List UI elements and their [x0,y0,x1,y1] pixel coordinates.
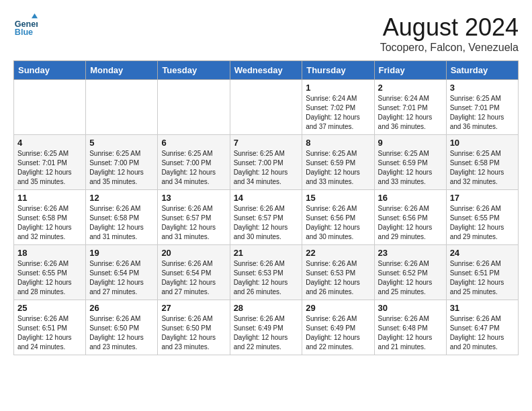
calendar-day-cell: 7Sunrise: 6:25 AM Sunset: 7:00 PM Daylig… [230,135,302,190]
calendar-day-cell: 26Sunrise: 6:26 AM Sunset: 6:50 PM Dayli… [86,300,158,355]
calendar-day-cell: 27Sunrise: 6:26 AM Sunset: 6:50 PM Dayli… [158,300,230,355]
day-info: Sunrise: 6:26 AM Sunset: 6:58 PM Dayligh… [89,204,154,242]
calendar-day-cell: 29Sunrise: 6:26 AM Sunset: 6:49 PM Dayli… [302,300,374,355]
logo: General Blue [13,13,38,38]
day-number: 8 [306,138,370,148]
calendar-week-row: 18Sunrise: 6:26 AM Sunset: 6:55 PM Dayli… [14,245,519,300]
day-info: Sunrise: 6:26 AM Sunset: 6:49 PM Dayligh… [306,314,370,352]
calendar-day-cell: 8Sunrise: 6:25 AM Sunset: 6:59 PM Daylig… [302,135,374,190]
calendar-day-cell: 23Sunrise: 6:26 AM Sunset: 6:52 PM Dayli… [374,245,446,300]
day-info: Sunrise: 6:26 AM Sunset: 6:54 PM Dayligh… [89,259,154,297]
day-info: Sunrise: 6:26 AM Sunset: 6:52 PM Dayligh… [378,259,443,297]
svg-text:Blue: Blue [15,28,33,37]
day-info: Sunrise: 6:24 AM Sunset: 7:02 PM Dayligh… [306,94,370,132]
day-number: 10 [450,138,515,148]
page-header: General Blue August 2024 Tocopero, Falco… [13,13,519,54]
day-info: Sunrise: 6:26 AM Sunset: 6:54 PM Dayligh… [161,259,226,297]
weekday-header: Friday [374,61,446,80]
day-number: 6 [161,138,226,148]
calendar-day-cell: 16Sunrise: 6:26 AM Sunset: 6:56 PM Dayli… [374,190,446,245]
weekday-header: Saturday [446,61,518,80]
day-number: 11 [17,193,82,203]
title-area: August 2024 Tocopero, Falcon, Venezuela [380,13,519,54]
day-info: Sunrise: 6:26 AM Sunset: 6:55 PM Dayligh… [450,204,515,242]
calendar-body: 1Sunrise: 6:24 AM Sunset: 7:02 PM Daylig… [14,80,519,355]
day-number: 12 [89,193,154,203]
calendar-day-cell: 9Sunrise: 6:25 AM Sunset: 6:59 PM Daylig… [374,135,446,190]
day-number: 31 [450,303,515,313]
day-number: 14 [234,193,299,203]
day-info: Sunrise: 6:25 AM Sunset: 6:58 PM Dayligh… [450,149,515,187]
day-number: 9 [378,138,443,148]
weekday-header: Tuesday [158,61,230,80]
calendar-day-cell: 30Sunrise: 6:26 AM Sunset: 6:48 PM Dayli… [374,300,446,355]
day-number: 27 [161,303,226,313]
day-info: Sunrise: 6:26 AM Sunset: 6:49 PM Dayligh… [234,314,299,352]
day-info: Sunrise: 6:26 AM Sunset: 6:55 PM Dayligh… [17,259,82,297]
calendar-day-cell: 3Sunrise: 6:25 AM Sunset: 7:01 PM Daylig… [446,80,518,135]
day-number: 7 [234,138,299,148]
calendar-table: SundayMondayTuesdayWednesdayThursdayFrid… [13,60,519,355]
calendar-day-cell: 25Sunrise: 6:26 AM Sunset: 6:51 PM Dayli… [14,300,86,355]
calendar-day-cell: 14Sunrise: 6:26 AM Sunset: 6:57 PM Dayli… [230,190,302,245]
day-info: Sunrise: 6:26 AM Sunset: 6:48 PM Dayligh… [378,314,443,352]
calendar-day-cell [14,80,86,135]
calendar-day-cell: 6Sunrise: 6:25 AM Sunset: 7:00 PM Daylig… [158,135,230,190]
day-number: 3 [450,83,515,93]
calendar-day-cell: 24Sunrise: 6:26 AM Sunset: 6:51 PM Dayli… [446,245,518,300]
day-info: Sunrise: 6:26 AM Sunset: 6:51 PM Dayligh… [17,314,82,352]
calendar-day-cell: 11Sunrise: 6:26 AM Sunset: 6:58 PM Dayli… [14,190,86,245]
calendar-day-cell: 4Sunrise: 6:25 AM Sunset: 7:01 PM Daylig… [14,135,86,190]
calendar-week-row: 4Sunrise: 6:25 AM Sunset: 7:01 PM Daylig… [14,135,519,190]
day-number: 19 [89,248,154,258]
calendar-day-cell: 12Sunrise: 6:26 AM Sunset: 6:58 PM Dayli… [86,190,158,245]
day-info: Sunrise: 6:25 AM Sunset: 7:01 PM Dayligh… [17,149,82,187]
calendar-day-cell: 13Sunrise: 6:26 AM Sunset: 6:57 PM Dayli… [158,190,230,245]
day-info: Sunrise: 6:26 AM Sunset: 6:47 PM Dayligh… [450,314,515,352]
day-number: 5 [89,138,154,148]
calendar-day-cell: 5Sunrise: 6:25 AM Sunset: 7:00 PM Daylig… [86,135,158,190]
weekday-header: Monday [86,61,158,80]
calendar-week-row: 1Sunrise: 6:24 AM Sunset: 7:02 PM Daylig… [14,80,519,135]
month-title: August 2024 [380,13,519,42]
calendar-day-cell: 15Sunrise: 6:26 AM Sunset: 6:56 PM Dayli… [302,190,374,245]
day-number: 2 [378,83,443,93]
weekday-header: Wednesday [230,61,302,80]
calendar-day-cell: 18Sunrise: 6:26 AM Sunset: 6:55 PM Dayli… [14,245,86,300]
weekday-header: Sunday [14,61,86,80]
day-number: 18 [17,248,82,258]
day-info: Sunrise: 6:26 AM Sunset: 6:50 PM Dayligh… [89,314,154,352]
day-info: Sunrise: 6:25 AM Sunset: 7:01 PM Dayligh… [450,94,515,132]
day-number: 21 [234,248,299,258]
calendar-day-cell: 31Sunrise: 6:26 AM Sunset: 6:47 PM Dayli… [446,300,518,355]
day-info: Sunrise: 6:26 AM Sunset: 6:57 PM Dayligh… [234,204,299,242]
day-number: 1 [306,83,370,93]
day-info: Sunrise: 6:25 AM Sunset: 6:59 PM Dayligh… [306,149,370,187]
day-info: Sunrise: 6:25 AM Sunset: 6:59 PM Dayligh… [378,149,443,187]
day-info: Sunrise: 6:26 AM Sunset: 6:50 PM Dayligh… [161,314,226,352]
day-info: Sunrise: 6:26 AM Sunset: 6:57 PM Dayligh… [161,204,226,242]
day-info: Sunrise: 6:26 AM Sunset: 6:56 PM Dayligh… [378,204,443,242]
day-info: Sunrise: 6:26 AM Sunset: 6:56 PM Dayligh… [306,204,370,242]
calendar-day-cell: 19Sunrise: 6:26 AM Sunset: 6:54 PM Dayli… [86,245,158,300]
svg-marker-2 [32,13,38,18]
calendar-week-row: 11Sunrise: 6:26 AM Sunset: 6:58 PM Dayli… [14,190,519,245]
calendar-header-row: SundayMondayTuesdayWednesdayThursdayFrid… [14,61,519,80]
calendar-day-cell [158,80,230,135]
day-number: 28 [234,303,299,313]
day-number: 22 [306,248,370,258]
calendar-day-cell: 10Sunrise: 6:25 AM Sunset: 6:58 PM Dayli… [446,135,518,190]
day-number: 25 [17,303,82,313]
day-number: 24 [450,248,515,258]
calendar-week-row: 25Sunrise: 6:26 AM Sunset: 6:51 PM Dayli… [14,300,519,355]
day-info: Sunrise: 6:25 AM Sunset: 7:00 PM Dayligh… [161,149,226,187]
day-number: 30 [378,303,443,313]
day-number: 4 [17,138,82,148]
calendar-day-cell [86,80,158,135]
calendar-day-cell: 21Sunrise: 6:26 AM Sunset: 6:53 PM Dayli… [230,245,302,300]
day-info: Sunrise: 6:26 AM Sunset: 6:53 PM Dayligh… [306,259,370,297]
calendar-day-cell [230,80,302,135]
calendar-day-cell: 1Sunrise: 6:24 AM Sunset: 7:02 PM Daylig… [302,80,374,135]
calendar-day-cell: 20Sunrise: 6:26 AM Sunset: 6:54 PM Dayli… [158,245,230,300]
calendar-day-cell: 2Sunrise: 6:24 AM Sunset: 7:01 PM Daylig… [374,80,446,135]
